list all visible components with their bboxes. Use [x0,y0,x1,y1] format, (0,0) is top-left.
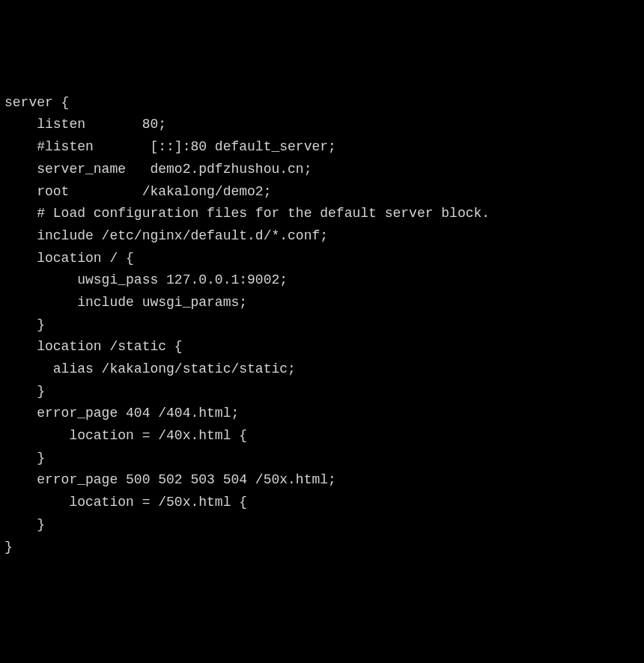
config-line: } [4,447,640,470]
config-line: location /static { [4,336,640,358]
config-line: # Load configuration files for the defau… [4,203,640,225]
config-line: error_page 404 /404.html; [4,403,640,425]
terminal-config-view: server { listen 80; #listen [::]:80 defa… [4,92,640,558]
config-line: error_page 500 502 503 504 /50x.html; [4,469,640,492]
config-line: } [4,314,640,337]
config-line: location = /40x.html { [4,425,640,447]
config-line: } [4,537,640,559]
config-line: location / { [4,248,640,270]
config-line: root /kakalong/demo2; [4,181,640,204]
config-line: include /etc/nginx/default.d/*.conf; [4,225,640,248]
config-line: alias /kakalong/static/static; [4,358,640,381]
config-line: server { [4,92,640,114]
config-line: } [4,381,640,403]
config-line: #listen [::]:80 default_server; [4,136,640,159]
config-line: server_name demo2.pdfzhushou.cn; [4,159,640,181]
config-line: uwsgi_pass 127.0.0.1:9002; [4,269,640,292]
config-line: listen 80; [4,114,640,136]
config-line: location = /50x.html { [4,492,640,514]
config-line: } [4,514,640,537]
config-line: include uwsgi_params; [4,292,640,314]
